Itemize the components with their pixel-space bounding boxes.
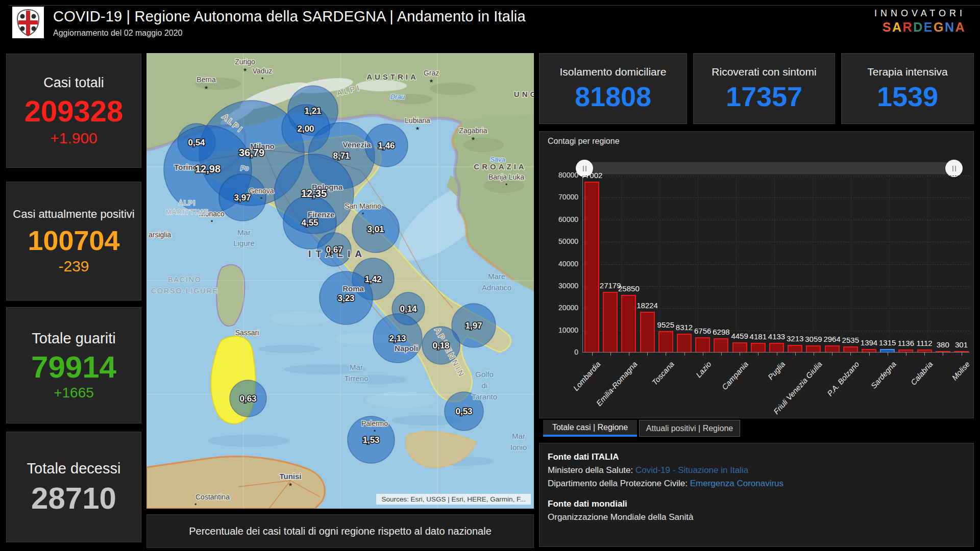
map-label-mar: Mar xyxy=(512,432,525,440)
sources-row1-label: Ministero della Salute: xyxy=(548,465,635,475)
bar-value-label: 6756 xyxy=(694,327,711,335)
map-label-austria: AUSTRIA xyxy=(366,72,419,81)
x-tick-label: Calabria xyxy=(909,360,935,387)
map-label-bacino: BACINO xyxy=(168,276,202,284)
brand-line1: INNOVATORI xyxy=(874,8,966,19)
bubble-value-label: 1,53 xyxy=(362,435,379,445)
stat-value: 17357 xyxy=(726,82,802,111)
stat-delta: +1665 xyxy=(54,385,94,401)
link-situazione-in-italia[interactable]: Covid-19 - Situazione in Italia xyxy=(635,465,748,475)
map-label-drau: Drau xyxy=(390,93,405,101)
bubble-value-label: 0,63 xyxy=(239,394,256,404)
bar-region-5[interactable] xyxy=(677,334,692,352)
tab-totale-casi-regione[interactable]: Totale casi | Regione xyxy=(543,420,637,437)
bar-region-0[interactable] xyxy=(584,182,599,352)
bar-value-label: 1136 xyxy=(898,339,914,347)
bubble-value-label: 0,67 xyxy=(326,245,342,255)
slider-handle-right[interactable] xyxy=(945,160,963,177)
bar-region-17[interactable] xyxy=(898,349,913,352)
stat-value: 1539 xyxy=(877,82,938,111)
bar-region-4[interactable] xyxy=(658,331,673,352)
map-label-berna: Berna xyxy=(197,76,216,84)
bar-value-label: 18224 xyxy=(636,301,658,310)
bubble-value-label: 4,55 xyxy=(301,218,318,228)
bubble-value-label: 0,18 xyxy=(432,341,449,350)
map-label-sassari: Sassari xyxy=(235,329,259,337)
tab-attuali-positivi-regione[interactable]: Attuali positivi | Regione xyxy=(639,420,740,437)
stat-card-isolamento-domiciliare: Isolamento domiciliare 81808 xyxy=(539,53,687,124)
bar-region-11[interactable] xyxy=(788,345,802,352)
star-icon: ★ xyxy=(288,482,293,487)
bar-region-13[interactable] xyxy=(825,345,840,352)
bar-region-18[interactable] xyxy=(917,349,932,352)
stat-value: 209328 xyxy=(24,96,124,127)
bubble-value-label: 2,00 xyxy=(297,124,314,134)
dashboard: COVID-19 | Regione Autonoma della SARDEG… xyxy=(0,0,980,551)
map-label-genova: Genova xyxy=(249,187,274,195)
bar-region-2[interactable] xyxy=(621,295,636,352)
x-tick-label: Lombardia xyxy=(571,360,602,392)
bar-value-label: 8312 xyxy=(676,323,693,332)
bar-region-7[interactable] xyxy=(714,338,728,352)
y-tick-label: 0 xyxy=(546,348,578,356)
bar-value-label: 1315 xyxy=(879,338,896,347)
bubble-value-label: 1,46 xyxy=(378,141,395,151)
bar-region-6[interactable] xyxy=(695,337,710,352)
map-label-mar: Mar xyxy=(350,363,363,371)
bar-sardegna[interactable] xyxy=(880,349,895,352)
page-title: COVID-19 | Regione Autonoma della SARDEG… xyxy=(53,8,526,25)
bar-region-1[interactable] xyxy=(603,292,618,352)
bar-value-label: 4459 xyxy=(731,332,748,340)
stat-card-totale-decessi: Totale decessi 28710 xyxy=(6,432,141,542)
bar-chart-plot: 77002Lombardia2717925850Emilia-Romagna18… xyxy=(582,176,969,353)
bar-region-14[interactable] xyxy=(843,346,858,352)
map-label-sava: Sava xyxy=(490,156,505,163)
y-tick-label: 40000 xyxy=(546,260,578,268)
italy-map[interactable]: Zurigo★Vaduz•Berna★AUSTRIAGraz★Lubiana★Z… xyxy=(146,53,534,509)
map-label-vaduz: Vaduz xyxy=(253,67,273,75)
bar-region-15[interactable] xyxy=(862,349,876,352)
stat-label: Terapia intensiva xyxy=(867,66,948,78)
bubble-value-label: 12,35 xyxy=(301,188,327,199)
map-label-zagabria: Zagabria xyxy=(459,127,487,135)
chart-panel: Contagi per regione 77002Lombardia271792… xyxy=(539,131,974,418)
page-subtitle: Aggiornamento del 02 maggio 2020 xyxy=(53,29,526,38)
map-canvas[interactable]: Zurigo★Vaduz•Berna★AUSTRIAGraz★Lubiana★Z… xyxy=(146,53,534,509)
bubble-value-label: 1,21 xyxy=(304,106,321,116)
bar-region-12[interactable] xyxy=(806,345,821,352)
x-tick-label: Emilia-Romagna xyxy=(595,360,639,408)
bar-region-3[interactable] xyxy=(640,312,655,352)
star-icon: ★ xyxy=(243,67,248,72)
bubble-value-label: 3,97 xyxy=(234,193,251,203)
map-attribution[interactable]: Sources: Esri, USGS | Esri, HERE, Garmin… xyxy=(376,494,531,505)
grip-icon xyxy=(952,166,953,171)
bubble-value-label: 1,97 xyxy=(465,321,482,331)
bar-value-label: 1394 xyxy=(861,338,877,347)
top-divider xyxy=(9,5,980,6)
stat-value: 28710 xyxy=(31,482,116,514)
link-emergenza-coronavirus[interactable]: Emergenza Coronavirus xyxy=(690,479,783,488)
bar-region-20[interactable] xyxy=(954,351,969,352)
bar-region-19[interactable] xyxy=(936,351,950,352)
bar-region-9[interactable] xyxy=(751,343,766,352)
bar-region-10[interactable] xyxy=(769,343,784,352)
range-slider-track[interactable] xyxy=(580,162,962,174)
stat-card-ricoverati-con-sintomi: Ricoverati con sintomi 17357 xyxy=(693,53,835,124)
y-tick-label: 10000 xyxy=(546,326,578,334)
bar-value-label: 301 xyxy=(955,340,968,349)
bubble-value-label: 3,01 xyxy=(367,224,384,234)
stat-value: 100704 xyxy=(28,226,119,255)
stat-label: Ricoverati con sintomi xyxy=(712,66,816,78)
bar-value-label: 3213 xyxy=(787,334,803,343)
map-label-ionio: Ionio xyxy=(510,443,527,452)
stat-card-terapia-intensiva: Terapia intensiva 1539 xyxy=(841,53,974,124)
bubble-value-label: 36,79 xyxy=(239,147,264,158)
dot-icon: • xyxy=(374,428,376,435)
stat-label: Isolamento domiciliare xyxy=(560,66,667,78)
bar-region-8[interactable] xyxy=(732,342,747,352)
stat-label: Totale decessi xyxy=(27,460,121,477)
stat-card-totale-guariti: Totale guariti 79914 +1665 xyxy=(6,307,141,423)
bubble-value-label: 3,23 xyxy=(337,293,354,303)
brand-line2: SARDEGNA xyxy=(874,20,966,35)
y-tick-label: 50000 xyxy=(546,237,578,245)
